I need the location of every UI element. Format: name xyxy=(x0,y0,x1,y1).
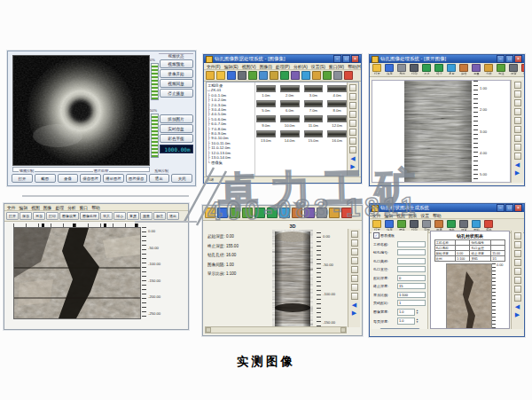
toolbar-button[interactable]: 测量 xyxy=(140,212,153,220)
image-thumbnail[interactable]: 13.0m xyxy=(256,130,276,143)
tool-button[interactable] xyxy=(514,126,521,133)
menu-item[interactable]: 编辑 xyxy=(385,213,394,218)
toolbar-button[interactable]: 放大 xyxy=(421,64,432,75)
toolbar-icon[interactable] xyxy=(227,71,236,80)
toolbar-button[interactable]: 复原 xyxy=(446,64,457,75)
toolbar-icon[interactable] xyxy=(259,71,268,80)
toolbar-icon[interactable] xyxy=(217,208,228,218)
console-button[interactable]: 保存图片 xyxy=(80,174,101,183)
toolbar-button[interactable]: 缩小 xyxy=(434,64,444,75)
toolbar-button[interactable]: 打印 xyxy=(409,64,419,75)
tool-button[interactable] xyxy=(514,99,521,106)
tool-button[interactable] xyxy=(351,284,358,291)
toolbar-icon[interactable] xyxy=(267,208,278,218)
menu-item[interactable]: 图表 xyxy=(409,213,418,218)
toolbar-button[interactable]: 退出 xyxy=(520,64,524,75)
spinner-down-icon[interactable]: ▼ xyxy=(416,312,419,315)
console-button[interactable]: 截图 xyxy=(35,174,56,183)
menu-item[interactable]: 文件 xyxy=(7,205,16,210)
next-page-icon[interactable]: ▶ xyxy=(352,310,356,316)
menu-item[interactable]: 文件(F) xyxy=(207,64,221,69)
scroll-right-icon[interactable] xyxy=(340,327,346,333)
toolbar-icon[interactable] xyxy=(279,208,290,218)
toolbar-icon[interactable] xyxy=(344,71,353,80)
menu-item[interactable]: 文件 xyxy=(372,213,381,218)
tool-button[interactable] xyxy=(349,102,356,109)
tool-button[interactable] xyxy=(349,129,356,136)
tool-button[interactable] xyxy=(349,137,356,145)
prev-page-icon[interactable]: ◀ xyxy=(352,302,356,308)
next-page-icon[interactable]: ▶ xyxy=(515,169,520,176)
tool-button[interactable] xyxy=(349,146,356,153)
tool-button[interactable] xyxy=(514,294,521,302)
menu-item[interactable]: 分析(A) xyxy=(293,64,308,69)
tool-button[interactable] xyxy=(514,232,521,239)
minimize-button[interactable]: − xyxy=(497,204,505,212)
console-button[interactable]: 打开 xyxy=(12,174,33,183)
video-control-button[interactable]: 录像开始 xyxy=(160,69,193,78)
toolbar-button[interactable]: 标注 xyxy=(153,212,166,220)
field-input[interactable] xyxy=(397,300,426,306)
horizontal-scrollbar[interactable] xyxy=(205,326,347,333)
menu-item[interactable]: 编辑(E) xyxy=(224,64,239,69)
menu-item[interactable]: 设置(S) xyxy=(311,64,325,69)
toolbar-icon[interactable] xyxy=(312,71,321,80)
tool-button[interactable] xyxy=(514,268,521,275)
image-thumbnail[interactable]: 16.0m xyxy=(327,130,347,143)
tool-button[interactable] xyxy=(514,90,521,98)
toolbar-button[interactable]: 分析 xyxy=(483,64,494,75)
image-thumbnail[interactable]: 1.0m xyxy=(256,85,276,98)
toolbar-button[interactable]: 打开 xyxy=(6,212,19,220)
toolbar-icon[interactable] xyxy=(205,208,215,218)
menu-item[interactable]: 窗口(W) xyxy=(329,64,344,69)
title-bar[interactable]: 钻孔图像数据处理系统 - [图像集] − □ × xyxy=(204,55,361,63)
toolbar-icon[interactable] xyxy=(242,208,253,218)
tool-button[interactable] xyxy=(514,117,521,124)
toolbar-icon[interactable] xyxy=(329,208,340,218)
toolbar-icon[interactable] xyxy=(248,71,257,80)
prev-page-icon[interactable]: ◀ xyxy=(350,155,355,161)
toolbar-icon[interactable] xyxy=(230,208,240,218)
minimize-button[interactable]: − xyxy=(497,55,505,63)
tool-button[interactable] xyxy=(351,248,358,255)
toolbar-button[interactable]: 退出 xyxy=(167,212,179,220)
toolbar-icon[interactable] xyxy=(341,208,352,218)
image-thumbnail[interactable]: 14.0m xyxy=(280,130,300,143)
menu-item[interactable]: 图像(I) xyxy=(260,64,272,69)
spinner-down-icon[interactable]: ▼ xyxy=(416,321,419,324)
image-thumbnail[interactable]: 12.0m xyxy=(327,115,347,128)
menu-item[interactable]: 帮助 xyxy=(91,205,100,210)
toolbar-button[interactable]: 保存 xyxy=(384,64,395,75)
tool-button[interactable] xyxy=(351,231,358,238)
toolbar-button[interactable]: 测量 xyxy=(471,64,481,75)
tool-button[interactable] xyxy=(514,82,521,89)
toolbar-button[interactable]: 缩小 xyxy=(113,212,126,220)
toolbar-icon[interactable] xyxy=(254,208,265,218)
capture-control-button[interactable]: 抓拍图片 xyxy=(160,114,193,123)
title-bar[interactable]: 钻孔柱状图表生成系统 − □ × xyxy=(370,204,524,212)
minimize-button[interactable]: − xyxy=(333,55,341,63)
console-button[interactable]: 关闭 xyxy=(171,174,192,183)
image-thumbnail[interactable]: 15.0m xyxy=(304,130,324,143)
image-thumbnail[interactable]: 7.0m xyxy=(304,100,324,113)
tool-button[interactable] xyxy=(349,120,356,127)
toolbar-button[interactable]: 图像处理 xyxy=(80,212,99,220)
toolbar-icon[interactable] xyxy=(292,208,302,218)
image-thumbnail[interactable]: 5.0m xyxy=(256,100,276,113)
close-button[interactable]: × xyxy=(514,55,522,63)
console-button[interactable]: 退出 xyxy=(149,174,170,183)
field-input[interactable] xyxy=(397,266,426,272)
field-input[interactable] xyxy=(397,249,426,255)
toolbar-icon[interactable] xyxy=(238,71,246,80)
image-thumbnail[interactable]: 11.0m xyxy=(304,115,324,128)
field-input[interactable] xyxy=(397,258,426,264)
spinner-value[interactable]: 1.0 xyxy=(397,309,415,316)
menu-item[interactable]: 编辑 xyxy=(20,205,28,210)
toolbar-icon[interactable] xyxy=(323,71,332,80)
tool-button[interactable] xyxy=(351,257,358,264)
toolbar-icon[interactable] xyxy=(317,208,327,218)
capture-control-button[interactable]: 彩色平衡 xyxy=(160,134,193,143)
title-bar[interactable]: 钻孔图像处理系统 - [展开图像] − □ × xyxy=(370,55,524,63)
tool-button[interactable] xyxy=(351,275,358,282)
tool-button[interactable] xyxy=(351,293,358,300)
